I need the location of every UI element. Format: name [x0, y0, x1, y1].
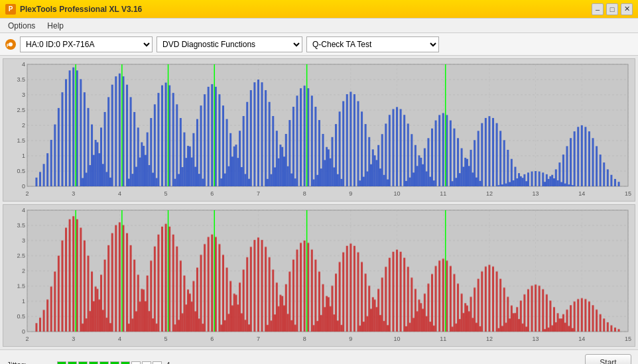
drive-select-area: P HA:0 ID:0 PX-716A	[4, 36, 153, 52]
drive-icon: P	[4, 38, 17, 51]
jitter-row: Jitter: 4	[7, 361, 174, 365]
window-controls: – □ ✕	[592, 3, 633, 15]
drive-dropdown[interactable]: HA:0 ID:0 PX-716A	[20, 36, 153, 52]
minimize-button[interactable]: –	[592, 3, 604, 15]
window-title: PlexTools Professional XL V3.16	[20, 5, 142, 14]
bottom-chart-canvas	[3, 205, 635, 347]
toolbar: P HA:0 ID:0 PX-716A DVD Diagnostic Funct…	[0, 33, 638, 56]
function-dropdown[interactable]: DVD Diagnostic Functions	[157, 36, 302, 52]
top-chart	[3, 58, 635, 202]
close-button[interactable]: ✕	[621, 3, 633, 15]
test-dropdown[interactable]: Q-Check TA Test	[306, 36, 439, 52]
start-button[interactable]: Start	[585, 354, 631, 365]
menu-help[interactable]: Help	[42, 20, 69, 32]
jitter-value: 4	[166, 361, 174, 365]
maximize-button[interactable]: □	[606, 3, 618, 15]
jitter-label: Jitter:	[7, 361, 53, 365]
stats-left: Jitter: 4 Peak Shift: 4	[7, 361, 174, 365]
menu-options[interactable]: Options	[3, 20, 40, 32]
title-bar-left: P PlexTools Professional XL V3.16	[5, 4, 142, 15]
menu-bar: Options Help	[0, 19, 638, 33]
app-icon: P	[5, 4, 16, 15]
title-bar: P PlexTools Professional XL V3.16 – □ ✕	[0, 0, 638, 19]
top-chart-canvas	[3, 59, 635, 201]
jitter-progress	[57, 361, 162, 365]
stats-right: Start i	[585, 354, 631, 365]
svg-text:P: P	[7, 43, 10, 48]
main-content	[0, 56, 638, 349]
stats-panel: Jitter: 4 Peak Shift: 4 TA Quality Indic…	[0, 349, 638, 364]
bottom-chart	[3, 204, 635, 347]
